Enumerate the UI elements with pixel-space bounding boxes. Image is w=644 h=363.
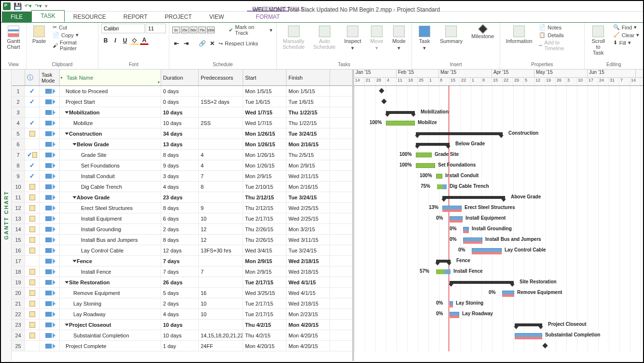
- format-painter-button[interactable]: 🖌Format Painter: [52, 39, 95, 52]
- duration-cell[interactable]: 1 day: [161, 341, 199, 351]
- start-cell[interactable]: Mon 1/26/15: [243, 128, 287, 139]
- row-number[interactable]: 11: [12, 192, 25, 202]
- task-name-cell[interactable]: Remove Equipment: [60, 288, 161, 298]
- gantt-row[interactable]: Fence: [354, 256, 643, 266]
- task-mode-cell[interactable]: [40, 256, 60, 266]
- finish-cell[interactable]: Wed 2/18/15: [287, 256, 330, 266]
- save-icon[interactable]: 💾: [14, 2, 22, 10]
- task-name-cell[interactable]: Below Grade: [60, 139, 161, 149]
- finish-cell[interactable]: Mon 2/9/15: [287, 160, 330, 170]
- predecessors-cell[interactable]: 16: [199, 288, 243, 298]
- collapse-icon[interactable]: [65, 323, 69, 326]
- row-number[interactable]: 23: [12, 320, 25, 330]
- finish-cell[interactable]: Mon 3/2/15: [287, 224, 330, 234]
- finish-cell[interactable]: Tue 3/24/15: [287, 245, 330, 255]
- task-mode-cell[interactable]: [40, 118, 60, 128]
- respect-links-button[interactable]: ↪Respect Links: [218, 40, 259, 47]
- task-mode-cell[interactable]: [40, 182, 60, 192]
- collapse-icon[interactable]: [65, 281, 69, 283]
- row-number[interactable]: 21: [12, 298, 25, 308]
- notes-button[interactable]: 📄Notes: [538, 24, 581, 31]
- gantt-row[interactable]: [354, 341, 643, 351]
- predecessors-cell[interactable]: 12: [199, 235, 243, 245]
- collapse-icon[interactable]: [65, 111, 69, 113]
- bold-button[interactable]: B: [101, 36, 110, 45]
- italic-button[interactable]: I: [111, 36, 120, 45]
- duration-cell[interactable]: 10 days: [161, 118, 199, 128]
- task-mode-cell[interactable]: [40, 320, 60, 330]
- predecessors-cell[interactable]: 13FS+30 hrs: [199, 245, 243, 255]
- predecessors-cell[interactable]: 2SS: [199, 118, 243, 128]
- gantt-chart[interactable]: Jan '15Feb '15Mar '15Apr '15May '15Jun '…: [354, 70, 643, 361]
- predecessors-cell[interactable]: 7: [199, 266, 243, 277]
- task-mode-cell[interactable]: [40, 107, 60, 117]
- start-cell[interactable]: Thu 4/2/15: [243, 320, 287, 330]
- summary-bar[interactable]: [386, 111, 415, 114]
- font-size-combo[interactable]: [146, 24, 166, 33]
- fill-color-button[interactable]: ◇: [130, 36, 139, 45]
- predecessors-cell[interactable]: 14,15,18,20,21,22: [199, 330, 243, 340]
- duration-cell[interactable]: 34 days: [161, 128, 199, 139]
- table-row[interactable]: 24Substaintial Completion10 days14,15,18…: [12, 330, 352, 341]
- link-button[interactable]: 🔗: [198, 39, 207, 48]
- task-insert-button[interactable]: Task▾: [415, 24, 434, 53]
- row-number[interactable]: 13: [12, 213, 25, 223]
- row-number[interactable]: 7: [12, 150, 25, 160]
- task-name-cell[interactable]: Mobilize: [60, 118, 161, 128]
- task-name-cell[interactable]: Lay Roadway: [60, 309, 161, 319]
- gantt-row[interactable]: 100%Set Foundations: [354, 160, 643, 171]
- table-row[interactable]: 22Lay Roadway4 days10Tue 2/17/15Mon 2/23…: [12, 309, 352, 320]
- gantt-row[interactable]: 0%Lay Control Cable: [354, 245, 643, 256]
- table-row[interactable]: 6Below Grade13 daysMon 1/26/15Mon 2/16/1…: [12, 139, 352, 150]
- col-task-name[interactable]: ▸Task Name▾: [60, 70, 161, 85]
- task-mode-cell[interactable]: [40, 97, 60, 107]
- mark-on-track-button[interactable]: ✔Mark on Track▾: [228, 24, 273, 36]
- copy-button[interactable]: 📄Copy▾: [52, 31, 95, 39]
- gantt-row[interactable]: Above Grade: [354, 192, 643, 203]
- gantt-row[interactable]: 100%Mobilize: [354, 118, 643, 128]
- task-name-cell[interactable]: Dig Cable Trench: [60, 182, 161, 192]
- row-number[interactable]: 8: [12, 160, 25, 170]
- start-cell[interactable]: Mon 2/9/15: [243, 171, 287, 181]
- view-bar[interactable]: GANTT CHART: [1, 70, 12, 361]
- duration-cell[interactable]: 10 days: [161, 330, 199, 340]
- table-row[interactable]: 17Fence7 daysMon 2/9/15Wed 2/18/15: [12, 256, 352, 266]
- tab-report[interactable]: REPORT: [115, 12, 156, 22]
- row-number[interactable]: 4: [12, 118, 25, 128]
- predecessors-cell[interactable]: [199, 192, 243, 202]
- gantt-chart-button[interactable]: Gantt Chart: [4, 24, 23, 52]
- predecessors-cell[interactable]: 1SS+2 days: [199, 97, 243, 107]
- task-bar[interactable]: [416, 163, 435, 168]
- row-number[interactable]: 12: [12, 203, 25, 213]
- predecessors-cell[interactable]: 10: [199, 213, 243, 223]
- row-number[interactable]: 1: [12, 86, 25, 96]
- duration-cell[interactable]: 8 days: [161, 150, 199, 160]
- grid-body[interactable]: 1✓Notice to Proceed0 daysMon 1/5/15Mon 1…: [12, 86, 352, 351]
- finish-cell[interactable]: Thu 1/22/15: [287, 118, 330, 128]
- task-mode-cell[interactable]: [40, 235, 60, 245]
- task-bar[interactable]: [416, 153, 432, 157]
- task-name-cell[interactable]: Install Fence: [60, 266, 161, 277]
- task-mode-cell[interactable]: [40, 192, 60, 202]
- table-row[interactable]: 25Project Complete1 day24FFMon 4/20/15Mo…: [12, 341, 352, 351]
- collapse-icon[interactable]: [73, 143, 77, 145]
- pct-100-button[interactable]: 100x: [207, 27, 215, 33]
- predecessors-cell[interactable]: 12: [199, 224, 243, 234]
- task-mode-cell[interactable]: [40, 288, 60, 298]
- move-button[interactable]: Move▾: [367, 24, 386, 53]
- duration-cell[interactable]: 10 days: [161, 320, 199, 330]
- gantt-row[interactable]: [354, 86, 643, 97]
- start-cell[interactable]: Tue 2/17/15: [243, 309, 287, 319]
- pct-25-button[interactable]: 25x: [181, 27, 189, 33]
- finish-cell[interactable]: Mon 4/20/15: [287, 330, 330, 340]
- task-mode-cell[interactable]: [40, 150, 60, 160]
- tab-project[interactable]: PROJECT: [156, 12, 201, 22]
- gantt-row[interactable]: 0%Lay Stoning: [354, 298, 643, 309]
- task-mode-cell[interactable]: [40, 309, 60, 319]
- start-cell[interactable]: Tue 2/17/15: [243, 298, 287, 308]
- row-number[interactable]: 20: [12, 288, 25, 298]
- table-row[interactable]: 4✓Mobilize10 days2SSWed 1/7/15Thu 1/22/1…: [12, 118, 352, 128]
- col-rownum[interactable]: [12, 70, 25, 85]
- task-name-cell[interactable]: Construction: [60, 128, 161, 139]
- task-mode-cell[interactable]: [40, 171, 60, 181]
